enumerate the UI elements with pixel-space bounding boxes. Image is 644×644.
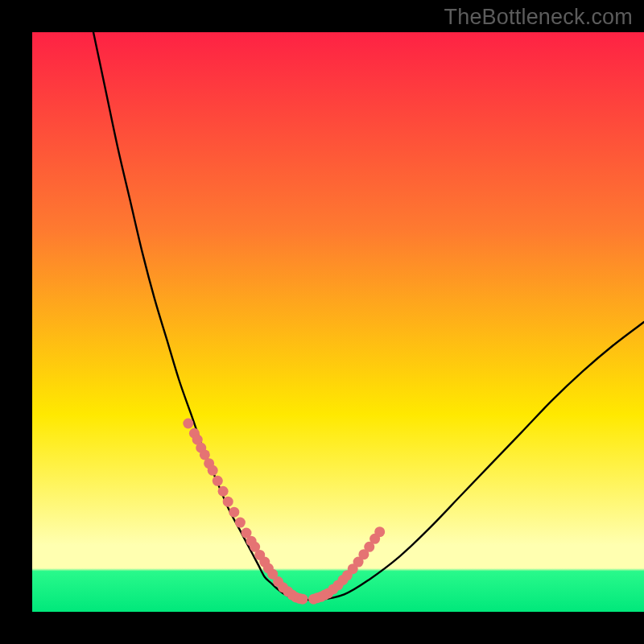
data-marker — [218, 486, 229, 497]
bottleneck-plot — [0, 0, 644, 644]
data-marker — [235, 518, 246, 528]
data-marker — [183, 419, 193, 429]
data-marker — [374, 526, 385, 537]
data-marker — [297, 594, 308, 605]
watermark-text: TheBottleneck.com — [444, 5, 633, 30]
data-marker — [208, 465, 218, 476]
chart-frame: TheBottleneck.com — [0, 0, 644, 644]
plot-background — [32, 32, 644, 612]
data-marker — [213, 476, 223, 486]
data-marker — [223, 497, 233, 507]
data-marker — [229, 507, 239, 518]
